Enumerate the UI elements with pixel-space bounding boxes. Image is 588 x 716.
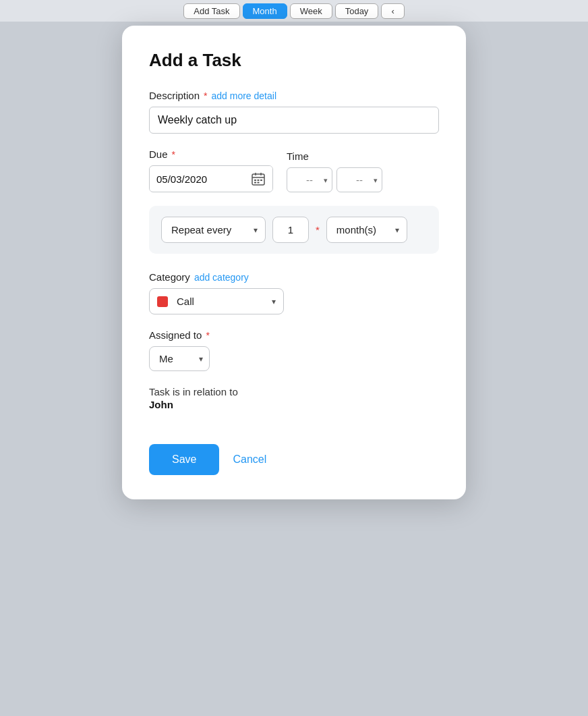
due-label-text: Due <box>149 148 168 160</box>
repeat-select-wrapper: Repeat every <box>161 217 266 243</box>
modal-footer: Save Cancel <box>149 444 439 475</box>
time-section: Time -- -- <box>287 150 382 192</box>
repeat-unit-select[interactable]: month(s) day(s) week(s) year(s) <box>326 217 407 243</box>
add-task-modal: Add a Task Description * add more detail… <box>122 26 466 499</box>
time-hour-select[interactable]: -- <box>287 167 332 192</box>
due-time-row: Due * <box>149 148 439 192</box>
svg-rect-6 <box>260 180 262 181</box>
assigned-required-star: * <box>206 330 209 341</box>
svg-rect-7 <box>254 182 256 184</box>
due-section: Due * <box>149 148 273 192</box>
due-date-input[interactable] <box>150 167 244 191</box>
category-section: Category add category Call Email Meeting <box>149 271 439 314</box>
repeat-section: Repeat every * month(s) day(s) week(s) y… <box>149 206 439 254</box>
description-field-group: Description * add more detail <box>149 90 439 134</box>
time-selects: -- -- <box>287 167 382 192</box>
category-select-wrapper: Call Email Meeting <box>149 288 284 314</box>
svg-rect-5 <box>258 180 260 181</box>
description-required-star: * <box>204 90 207 101</box>
assigned-label-text: Assigned to <box>149 329 202 341</box>
time-label: Time <box>287 150 382 162</box>
save-button[interactable]: Save <box>149 444 219 475</box>
category-label: Category add category <box>149 271 439 283</box>
time-minute-select[interactable]: -- <box>336 167 382 192</box>
repeat-number-input[interactable] <box>272 217 309 243</box>
assigned-section: Assigned to * Me Other <box>149 329 439 371</box>
unit-select-wrapper: month(s) day(s) week(s) year(s) <box>326 217 407 243</box>
assigned-select-wrapper: Me Other <box>149 346 210 371</box>
svg-rect-4 <box>254 180 256 181</box>
description-label: Description * add more detail <box>149 90 439 101</box>
relation-value: John <box>149 399 439 410</box>
svg-rect-8 <box>258 182 260 184</box>
add-category-link[interactable]: add category <box>194 272 249 283</box>
relation-section: Task is in relation to John <box>149 386 439 410</box>
modal-title: Add a Task <box>149 50 439 71</box>
assigned-select[interactable]: Me Other <box>149 346 210 371</box>
assigned-label: Assigned to * <box>149 329 439 341</box>
due-label: Due * <box>149 148 273 160</box>
time-hour-wrapper: -- <box>287 167 332 192</box>
relation-label-text: Task is in relation to <box>149 386 439 397</box>
repeat-required-star: * <box>316 224 320 236</box>
add-more-detail-link[interactable]: add more detail <box>211 90 276 101</box>
repeat-every-select[interactable]: Repeat every <box>161 217 266 243</box>
time-minute-wrapper: -- <box>336 167 382 192</box>
modal-overlay: Add a Task Description * add more detail… <box>0 0 588 716</box>
time-label-text: Time <box>287 150 309 162</box>
category-select[interactable]: Call Email Meeting <box>149 288 284 314</box>
date-input-wrapper <box>149 165 273 192</box>
category-label-text: Category <box>149 271 190 283</box>
description-label-text: Description <box>149 90 200 101</box>
cancel-button[interactable]: Cancel <box>233 453 266 466</box>
calendar-icon-button[interactable] <box>244 166 272 192</box>
description-input[interactable] <box>149 107 439 134</box>
due-required-star: * <box>172 149 175 160</box>
calendar-icon <box>251 171 266 186</box>
